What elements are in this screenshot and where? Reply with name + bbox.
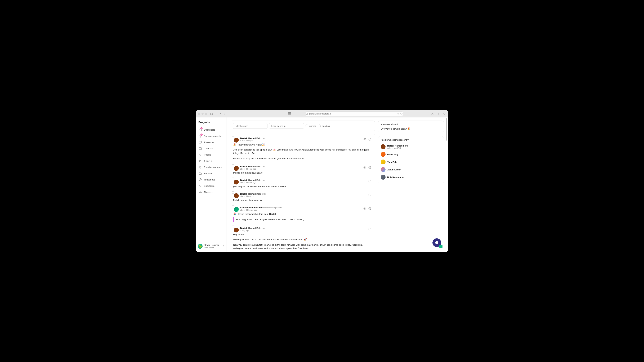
nav-icon [199, 178, 202, 181]
back-button[interactable] [219, 112, 222, 116]
feed: Bartek HamerlińskiCOO 6 minutes ago 🎉 Ha… [230, 134, 375, 252]
avatar-wrap [233, 179, 239, 184]
avatar [381, 144, 386, 149]
filter-by-group-input[interactable] [269, 123, 304, 129]
new-tab-icon[interactable] [436, 112, 440, 116]
more-icon[interactable] [368, 207, 371, 211]
gift-icon [232, 205, 234, 207]
post-time: about 5 hours ago [240, 195, 266, 197]
sidebar-item-threads[interactable]: Threads [197, 189, 225, 195]
sidebar-item-reimbursements[interactable]: Reimbursements [197, 164, 225, 170]
pending-checkbox[interactable]: pending [318, 125, 330, 127]
sidebar-item-announcements[interactable]: Announcements1 [197, 133, 225, 139]
filter-by-user-input[interactable] [233, 123, 268, 129]
profile-sub: View profile [204, 246, 219, 249]
person-name: Marta Woj [387, 153, 398, 156]
eye-icon[interactable] [364, 166, 366, 170]
post-title: Hey Team, [233, 233, 372, 236]
sidebar-item-people[interactable]: People [197, 152, 225, 158]
svg-point-57 [370, 208, 370, 209]
avatar [234, 207, 239, 212]
sidebar-item-dashboard[interactable]: Dashboard3 [197, 127, 225, 133]
eye-icon[interactable] [364, 207, 366, 211]
svg-point-15 [200, 160, 201, 161]
sidebar-item-calendar[interactable]: Calendar [197, 145, 225, 152]
chevron-down-icon[interactable] [215, 112, 217, 116]
unread-checkbox[interactable]: unread [306, 125, 316, 127]
more-icon[interactable] [368, 228, 371, 231]
person-row[interactable]: Bartek HamerlińskiJoined as COO [381, 143, 441, 151]
post: Bartek HamerlińskiCOO 6 minutes ago 🎉 Ha… [233, 135, 372, 164]
gift-icon [232, 164, 234, 166]
post-author: Bartek Hamerliński [240, 137, 261, 140]
sidebar-item-benefits[interactable]: Benefits [197, 170, 225, 176]
share-icon[interactable] [431, 112, 434, 116]
profile-section[interactable]: 🐸 Steven Hammer View profile [196, 242, 226, 250]
nav-label: Calendar [204, 147, 214, 150]
post-time: 1 day ago [240, 229, 266, 232]
url-bar[interactable]: prograils.humadroid.io [306, 111, 403, 116]
power-icon[interactable] [222, 245, 224, 248]
person-row[interactable]: Adam Admin [381, 166, 441, 173]
apps-grid-icon[interactable] [288, 112, 291, 116]
nav-label: 1-on-1s [204, 160, 212, 162]
person-row[interactable]: Marta Woj [381, 151, 441, 158]
nav-icon [199, 184, 202, 187]
maximize-window-button[interactable] [205, 113, 207, 115]
main-scroll: unread pending Bartek HamerlińskiCOO 6 m… [226, 117, 448, 252]
eye-icon[interactable] [364, 138, 366, 141]
app-window: prograils.humadroid.io Prograils Dashboa… [196, 110, 448, 252]
post-paragraph: Feel free to drop her a Shoutout to shar… [233, 157, 372, 160]
gift-icon [232, 225, 234, 228]
sidebar-item-absences[interactable]: Absences [197, 139, 225, 145]
translate-icon[interactable] [396, 112, 399, 115]
nav-badge: 3 [200, 127, 202, 129]
avatar [234, 166, 239, 171]
nav-label: Benefits [204, 172, 212, 175]
post-paragraph: Join us in celebrating this special day!… [233, 148, 372, 155]
nav-icon [199, 153, 202, 156]
sidebar-toggle-icon[interactable] [210, 112, 213, 116]
url-text: prograils.humadroid.io [309, 112, 332, 115]
svg-point-13 [201, 154, 201, 154]
post-role: COO [262, 227, 266, 229]
avatar-wrap [233, 206, 239, 212]
post-role: Recruitment Specialist [263, 207, 282, 209]
gift-icon [232, 177, 234, 180]
avatar [234, 180, 239, 184]
lock-icon [306, 113, 308, 115]
profile-name: Steven Hammer [204, 244, 219, 246]
avatar [381, 152, 386, 157]
minimize-window-button[interactable] [202, 113, 204, 115]
sidebar-item-shoutouts[interactable]: Shoutouts [197, 183, 225, 189]
more-icon[interactable] [368, 138, 371, 141]
sidebar-item-1-on-1s[interactable]: 1-on-1s [197, 158, 225, 164]
svg-point-50 [370, 195, 370, 195]
post-author: Bartek Hamerliński [240, 179, 261, 182]
more-icon[interactable] [368, 193, 371, 197]
quote: Amazing job with new designs Steven! Can… [233, 217, 372, 222]
gift-icon [232, 135, 234, 138]
scrollbar[interactable] [446, 118, 447, 141]
forward-button[interactable] [223, 112, 226, 116]
more-icon[interactable] [368, 180, 371, 183]
close-window-button[interactable] [198, 113, 200, 115]
traffic-lights [198, 113, 207, 115]
person-row[interactable]: Bob Sacamano [381, 173, 441, 181]
reload-icon[interactable] [400, 113, 403, 115]
avatar-wrap [233, 137, 239, 143]
avatar-wrap [233, 165, 239, 171]
nav-label: Dashboard [204, 129, 215, 131]
more-icon[interactable] [368, 166, 371, 170]
post-time: about 4 hours ago [240, 182, 266, 184]
brand-title: Prograils [196, 121, 226, 126]
nav-label: Reimbursements [204, 166, 222, 169]
sidebar-item-timesheet[interactable]: Timesheet [197, 176, 225, 183]
tabs-icon[interactable] [442, 112, 446, 116]
post-author: Bartek Hamerliński [240, 165, 261, 168]
person-row[interactable]: Tom Pale [381, 158, 441, 166]
person-name: Bob Sacamano [387, 176, 404, 179]
avatar [381, 167, 386, 172]
post-role: COO [262, 193, 266, 195]
nav-label: Threads [204, 191, 212, 193]
